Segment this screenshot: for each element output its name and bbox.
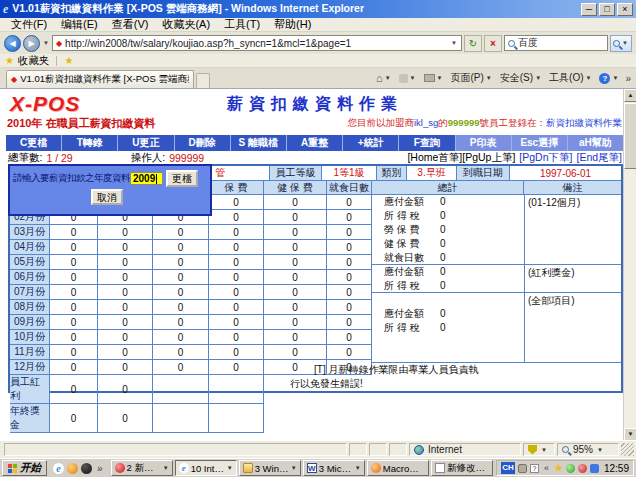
- value-cell: 0: [209, 270, 264, 285]
- zoom-icon: [562, 446, 569, 453]
- zone-label: Internet: [428, 444, 462, 455]
- nav-pgdn[interactable]: [PgDn下筆]: [519, 151, 572, 165]
- menu-item-帮助(H)[interactable]: 帮助(H): [267, 17, 318, 32]
- toolbar-button[interactable]: A重整: [287, 135, 343, 151]
- year-input-field[interactable]: 2009: [130, 172, 163, 185]
- menu-item-编辑(E)[interactable]: 编辑(E): [54, 17, 105, 32]
- taskbar-task-note[interactable]: 新修改页...: [431, 460, 493, 476]
- protected-mode-button[interactable]: ▼: [523, 443, 555, 456]
- toolbar-button[interactable]: +統計: [343, 135, 399, 151]
- toolbar-button[interactable]: aH幫助: [568, 135, 623, 151]
- taskbar-task-folder[interactable]: 3 Window...▼: [239, 460, 301, 476]
- value-cell: [264, 404, 327, 433]
- summary-totals: 應付金額0所 得 稅0勞 保 費0健 保 費0就食日數0: [372, 195, 524, 264]
- status-panel: [369, 443, 387, 456]
- favorites-star-icon: ★: [5, 55, 14, 66]
- tray-icon-red[interactable]: [578, 464, 587, 473]
- stop-button[interactable]: ×: [484, 35, 502, 52]
- rss-icon: [399, 74, 408, 83]
- command-item[interactable]: 页面(P)▼: [447, 70, 494, 86]
- help-tray-icon[interactable]: ?: [530, 464, 539, 473]
- address-dropdown-icon[interactable]: ▼: [450, 40, 458, 46]
- nav-end[interactable]: [End尾筆]: [576, 151, 622, 165]
- dialog-update-button[interactable]: 更檔: [166, 170, 198, 187]
- command-item[interactable]: 安全(S)▼: [497, 70, 544, 86]
- refresh-button[interactable]: ↻: [464, 35, 482, 52]
- close-button[interactable]: ×: [617, 3, 633, 16]
- maximize-button[interactable]: □: [599, 3, 615, 16]
- toolbar-button[interactable]: U更正: [118, 135, 174, 151]
- toolbar-button[interactable]: C更檔: [6, 135, 62, 151]
- quicklaunch-chevron[interactable]: »: [95, 463, 105, 474]
- search-dropdown-icon[interactable]: ▼: [621, 40, 629, 46]
- toolbar-button[interactable]: F查詢: [399, 135, 455, 151]
- value-cell: 0: [327, 330, 372, 345]
- tray-icon-green[interactable]: [566, 464, 575, 473]
- toolbar-button[interactable]: S 離職檔: [231, 135, 287, 151]
- search-go-button[interactable]: ▼: [610, 35, 632, 52]
- print-button[interactable]: ▼: [421, 73, 446, 83]
- taskbar-task-uc[interactable]: 2 新浪UC▼: [111, 460, 173, 476]
- value-cell: [153, 404, 209, 433]
- tab-active[interactable]: ◆ V1.01薪資扣繳資料作業 [X-POS 雲端商務網]: [6, 70, 194, 88]
- zoom-button[interactable]: 95% ▼: [557, 443, 619, 456]
- summary-line: 所 得 稅0: [372, 279, 524, 292]
- history-dropdown-icon[interactable]: ▼: [42, 40, 50, 46]
- printer-icon: [424, 74, 435, 82]
- printer-tray-icon[interactable]: [518, 464, 527, 473]
- summary-line: 所 得 稅0: [372, 321, 524, 335]
- summary-value: 0: [440, 210, 446, 221]
- forward-button[interactable]: ▶: [23, 35, 40, 52]
- minimize-button[interactable]: ─: [581, 3, 597, 16]
- new-tab-stub[interactable]: [196, 73, 210, 88]
- language-indicator[interactable]: CH: [501, 462, 515, 474]
- toolbar-button[interactable]: T轉錄: [62, 135, 118, 151]
- scroll-up-button[interactable]: ▲: [624, 89, 636, 102]
- search-input[interactable]: 百度: [504, 35, 608, 51]
- value-cell: 0: [50, 255, 98, 270]
- resize-grip[interactable]: [621, 443, 634, 456]
- toolbar-button[interactable]: D刪除: [175, 135, 231, 151]
- tray-chevron[interactable]: «: [542, 463, 551, 473]
- window-title: V1.01薪資扣繳資料作業 [X-POS 雲端商務網] - Windows In…: [12, 2, 579, 16]
- value-cell: 0: [327, 195, 372, 210]
- note-line-1: [T] 月薪轉錄作業限由專業人員負責執: [284, 363, 621, 377]
- tray-icon-blue[interactable]: [590, 464, 599, 473]
- value-cell: 0: [327, 345, 372, 360]
- toolbar-button[interactable]: P印表: [456, 135, 512, 151]
- vertical-scrollbar[interactable]: ▲ ▼: [623, 89, 636, 441]
- column-header: 總計: [372, 181, 524, 195]
- add-favorite-icon[interactable]: ★: [64, 55, 73, 66]
- uc-quicklaunch-icon[interactable]: [67, 463, 78, 474]
- back-button[interactable]: ◀: [4, 35, 21, 52]
- value-cell: 0: [98, 285, 153, 300]
- start-button[interactable]: 开始: [2, 460, 47, 476]
- value-cell: 0: [98, 300, 153, 315]
- address-input[interactable]: ◆ http://win2008/tw/salary/koujiao.asp?h…: [52, 35, 462, 51]
- qq-quicklaunch-icon[interactable]: [81, 463, 92, 474]
- help-button[interactable]: ?▼: [596, 72, 621, 85]
- taskbar-task-word[interactable]: W3 Micros...▼: [303, 460, 365, 476]
- scroll-thumb[interactable]: [624, 103, 636, 169]
- ie-quicklaunch-icon[interactable]: e: [53, 463, 64, 474]
- home-button[interactable]: ⌂▼: [373, 71, 394, 85]
- more-commands-chevron[interactable]: »: [623, 73, 633, 84]
- menu-item-收藏夹(A)[interactable]: 收藏夹(A): [155, 17, 217, 32]
- taskbar: 开始 e » 2 新浪UC▼e10 Inte...▼3 Window...▼W3…: [0, 458, 636, 477]
- menu-item-文件(F)[interactable]: 文件(F): [4, 17, 54, 32]
- dialog-cancel-button[interactable]: 取消: [91, 189, 123, 205]
- favorites-button[interactable]: 收藏夹: [18, 54, 50, 68]
- menu-item-查看(V)[interactable]: 查看(V): [105, 17, 156, 32]
- info-value: 1997-06-01: [510, 166, 621, 180]
- command-item[interactable]: 工具(O)▼: [546, 70, 594, 86]
- value-cell: 0: [153, 255, 209, 270]
- menu-item-工具(T)[interactable]: 工具(T): [217, 17, 267, 32]
- text-caret: [156, 174, 157, 184]
- toolbar-button[interactable]: Esc選擇: [512, 135, 568, 151]
- value-cell: 0: [327, 300, 372, 315]
- taskbar-task-ie[interactable]: e10 Inte...▼: [175, 460, 237, 476]
- tray-icon-star[interactable]: [554, 464, 563, 473]
- nav-home-pgup[interactable]: [Home首筆][PgUp上筆]: [407, 151, 515, 165]
- taskbar-task-mm[interactable]: Macromed...: [367, 460, 429, 476]
- feeds-button[interactable]: ▼: [396, 73, 419, 84]
